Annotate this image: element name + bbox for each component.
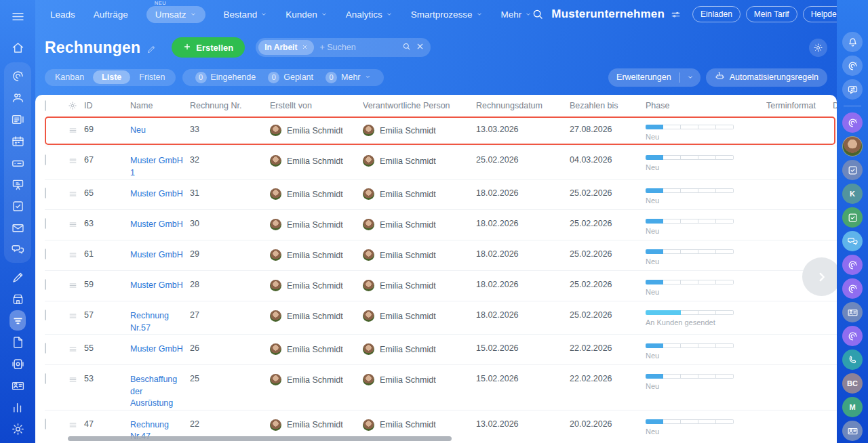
chat-sync-icon[interactable] [842,79,863,100]
search-icon[interactable] [532,8,544,20]
home-icon[interactable] [9,39,26,56]
invoice-name-link[interactable]: Beschaffung der Ausrüstung [130,374,184,410]
nav-item-smartprozesse[interactable]: Smartprozesse [411,9,483,20]
table-row[interactable]: 53Beschaffung der Ausrüstung25Emilia Sch… [45,365,837,410]
cell-created-by[interactable]: Emilia Schmidt [270,146,363,167]
view-settings-gear-icon[interactable] [809,39,827,57]
cell-responsible[interactable]: Emilia Schmidt [363,335,476,355]
drag-handle-icon[interactable] [68,240,84,262]
nav-item-kunden[interactable]: Kunden [285,9,328,20]
table-row[interactable]: 55Muster GmbH26Emilia SchmidtEmilia Schm… [45,335,837,365]
invoice-name-link[interactable]: Muster GmbH [130,219,183,231]
tab-liste[interactable]: Liste [93,70,130,84]
cell-created-by[interactable]: Emilia Schmidt [270,301,363,322]
tasks-icon[interactable] [842,207,863,228]
table-row[interactable]: 57Rechnung Nr.5727Emilia SchmidtEmilia S… [45,301,837,335]
table-settings-gear-icon[interactable] [68,101,84,110]
column-header-erstellt-von[interactable]: Erstellt von [270,101,363,110]
counter-mehr[interactable]: 0Mehr [321,72,375,83]
cell-responsible[interactable]: Emilia Schmidt [363,210,476,230]
row-checkbox[interactable] [45,279,46,290]
copilot-icon[interactable] [842,326,863,346]
column-header-phase[interactable]: Phase [646,101,766,110]
column-header-bezahlen-bis[interactable]: Bezahlen bis [570,101,646,110]
automation-rules-button[interactable]: Automatisierungsregeln [706,68,827,87]
drag-handle-icon[interactable] [68,146,84,168]
cell-phase[interactable]: Neu [646,116,766,141]
nav-item-analytics[interactable]: Analytics [346,9,393,20]
cell-phase[interactable]: Neu [646,335,766,360]
counter-geplant[interactable]: 0Geplant [263,72,318,83]
cell-responsible[interactable]: Emilia Schmidt [363,146,476,167]
messenger-icon[interactable] [9,241,26,257]
chat-initials-m[interactable]: M [842,397,863,417]
filter-chip[interactable]: In Arbeit [258,40,314,55]
table-row[interactable]: 69Neu33Emilia SchmidtEmilia Schmidt13.03… [45,116,837,146]
cell-phase[interactable]: Neu [646,210,766,235]
cell-created-by[interactable]: Emilia Schmidt [270,240,363,261]
row-checkbox[interactable] [45,188,46,198]
invoice-name-link[interactable]: Muster GmbH [130,249,183,261]
cell-created-by[interactable]: Emilia Schmidt [270,116,363,136]
horizontal-scrollbar[interactable] [68,436,452,441]
cell-phase[interactable]: An Kunden gesendet [646,301,766,326]
tasks-icon[interactable] [842,160,863,180]
bell-icon[interactable] [842,32,863,52]
row-checkbox[interactable] [45,218,46,229]
cell-responsible[interactable]: Emilia Schmidt [363,116,476,136]
company-name[interactable]: Musterunternehmen [551,7,665,21]
nav-item-bestand[interactable]: Bestand [224,9,268,20]
create-button[interactable]: Erstellen [172,37,245,58]
column-header-verantwortliche-person[interactable]: Verantwortliche Person [363,101,476,110]
invoice-name-link[interactable]: Muster GmbH [130,188,183,201]
cell-created-by[interactable]: Emilia Schmidt [270,335,363,355]
clear-search-icon[interactable] [416,41,425,54]
filter-search-bar[interactable]: In Arbeit + Suchen [256,38,431,57]
messenger-icon[interactable] [842,231,863,251]
row-checkbox[interactable] [45,343,46,354]
table-row[interactable]: 61Muster GmbH29Emilia SchmidtEmilia Schm… [45,240,837,271]
feed-icon[interactable] [9,111,26,127]
chat-initials-bc[interactable]: BC [842,373,863,394]
invoice-name-link[interactable]: Muster GmbH [130,343,183,356]
company-switch-icon[interactable] [671,9,681,20]
cell-phase[interactable]: Neu [646,365,766,390]
nav-item-umsatz[interactable]: NEUUmsatz [146,6,205,23]
tasks-icon[interactable] [9,198,26,214]
video-icon[interactable] [9,356,26,372]
column-header-rechnung-nr-[interactable]: Rechnung Nr. [190,101,270,110]
copilot-icon[interactable] [842,112,863,133]
cell-created-by[interactable]: Emilia Schmidt [270,410,363,431]
contact-icon[interactable] [842,302,863,322]
board-icon[interactable] [9,176,26,192]
drag-handle-icon[interactable] [68,116,84,138]
remove-filter-icon[interactable] [302,43,308,52]
drive-icon[interactable] [9,154,26,171]
invoice-name-link[interactable]: Rechnung Nr.57 [130,310,184,334]
chevron-down-icon[interactable] [680,74,701,81]
copilot-icon[interactable] [842,278,863,299]
user-avatar[interactable] [842,136,863,156]
expand-panel-button[interactable] [802,257,841,296]
cell-created-by[interactable]: Emilia Schmidt [270,271,363,291]
cell-phase[interactable]: Neu [646,240,766,266]
cell-created-by[interactable]: Emilia Schmidt [270,365,363,385]
tab-kanban[interactable]: Kanban [46,70,93,84]
row-checkbox[interactable] [45,310,46,320]
invoice-name-link[interactable]: Muster GmbH 1 [130,155,184,179]
drag-handle-icon[interactable] [68,271,84,293]
market-icon[interactable] [9,291,26,307]
cell-responsible[interactable]: Emilia Schmidt [363,365,476,385]
copilot-icon[interactable] [9,68,26,84]
cell-responsible[interactable]: Emilia Schmidt [363,240,476,261]
cell-responsible[interactable]: Emilia Schmidt [363,271,476,291]
counter-eingehende[interactable]: 0Eingehende [191,72,261,83]
calendar-icon[interactable] [9,133,26,149]
row-checkbox[interactable] [45,373,46,384]
drag-handle-icon[interactable] [68,301,84,323]
pill-einladen[interactable]: Einladen [692,6,741,22]
column-header-rechnungsdatum[interactable]: Rechnungsdatum [476,101,570,110]
menu-icon[interactable] [9,8,26,24]
docs-icon[interactable] [9,334,26,350]
settings-icon[interactable] [9,421,26,437]
